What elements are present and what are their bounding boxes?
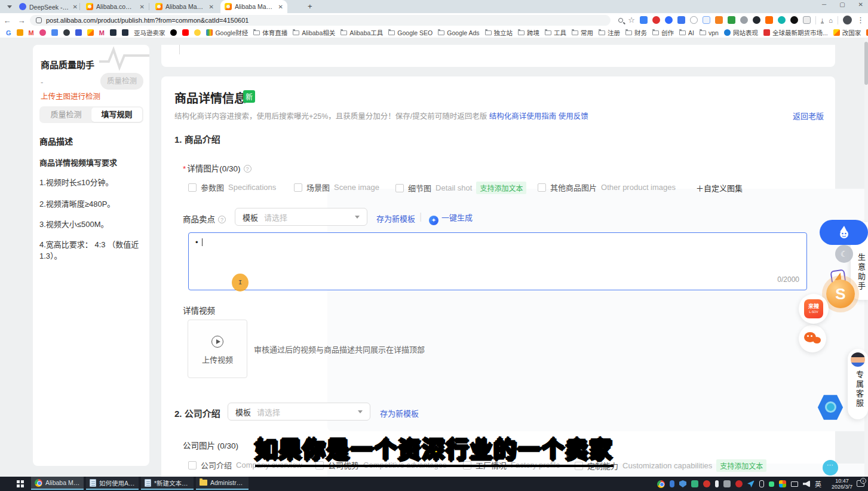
bookmark-folder[interactable]: 创作	[652, 28, 674, 37]
forward-icon[interactable]: →	[14, 16, 29, 25]
bookmark-icon[interactable]	[75, 29, 82, 36]
save-company-template-link[interactable]: 存为新模板	[380, 407, 419, 419]
window-close-icon[interactable]: ✕	[858, 1, 863, 8]
bookmark-icon[interactable]: M	[99, 29, 105, 36]
extension-icon[interactable]	[652, 16, 660, 24]
assistant-wizard-button[interactable]	[820, 220, 868, 245]
url-field[interactable]: post.alibaba.com/product/publish.htm?fro…	[30, 15, 611, 26]
checkbox[interactable]	[188, 183, 197, 192]
taskbar-app-explorer[interactable]: Administrator	[196, 477, 249, 490]
bookmark-item[interactable]: Google财经	[206, 28, 248, 37]
template-select[interactable]: 模板 请选择	[235, 208, 367, 226]
amazon-bookmark-icon[interactable]	[122, 29, 128, 36]
bookmark-folder[interactable]: 财务	[625, 28, 647, 37]
taskbar-app-notepad2[interactable]: *新建文本文档 (2).t...	[141, 477, 194, 490]
wechat-button[interactable]	[799, 325, 826, 352]
customer-service-widget[interactable]: 专属客服	[848, 349, 868, 419]
bookmark-folder[interactable]: 工具	[545, 28, 566, 37]
bookmark-folder[interactable]: AI	[679, 29, 694, 36]
checkbox-group-detail-shot[interactable]: 细节图 Detail shot 支持添加文本	[395, 182, 526, 194]
checkbox[interactable]	[188, 461, 197, 469]
tray-shield-icon[interactable]	[679, 480, 686, 487]
bookmark-icon[interactable]	[17, 29, 23, 36]
back-icon[interactable]: ←	[0, 16, 14, 25]
guide-link[interactable]: 结构化商详使用指南	[489, 112, 557, 121]
start-button[interactable]	[17, 480, 24, 487]
new-tab-button[interactable]: +	[308, 2, 312, 11]
bookmark-icon[interactable]	[39, 29, 46, 36]
window-minimize-icon[interactable]: ─	[822, 1, 826, 8]
extension-icon[interactable]	[728, 16, 735, 24]
one-click-generate-button[interactable]: 一键生成	[429, 211, 473, 225]
amazon-bookmark-icon[interactable]	[110, 29, 116, 36]
tray-display-icon[interactable]	[791, 481, 798, 487]
tray-chrome-icon[interactable]	[657, 480, 665, 488]
tray-microphone-icon[interactable]	[715, 480, 719, 487]
help-icon[interactable]: ?	[244, 165, 251, 173]
tab-search-chevron-icon[interactable]	[7, 5, 12, 8]
tray-green-app-icon[interactable]	[691, 480, 698, 487]
checkbox-group-specifications[interactable]: 参数图 Specifications	[188, 182, 276, 193]
bookmark-item[interactable]: 亚马逊卖家	[134, 28, 165, 37]
checkbox-group-other-images[interactable]: 其他商品图片 Other product images	[538, 182, 676, 193]
profile-avatar[interactable]	[843, 16, 852, 24]
browser-menu-icon[interactable]: ⋮	[857, 16, 864, 24]
upload-video-button[interactable]: 上传视频	[188, 320, 247, 378]
bookmark-folder[interactable]: 常用	[572, 28, 593, 37]
bookmark-folder[interactable]: 体育直播	[253, 28, 287, 37]
custom-gallery-button[interactable]: ＋自定义图集	[696, 182, 743, 194]
save-template-link[interactable]: 存为新模板	[376, 213, 415, 224]
translate-extension-icon[interactable]	[703, 16, 710, 24]
notification-center-icon[interactable]	[857, 480, 864, 487]
tab-close-icon[interactable]: ✕	[140, 4, 145, 10]
bookmark-folder[interactable]: Alibaba工具	[341, 28, 383, 37]
browser-tab[interactable]: Alibaba.com: Manufacturers... ✕	[82, 0, 149, 13]
selling-points-editor[interactable]: • 0/2000	[188, 232, 807, 290]
extension-icon[interactable]	[690, 16, 698, 24]
back-to-old-link[interactable]: 返回老版	[793, 110, 824, 121]
downloads-icon[interactable]: ↓	[821, 17, 824, 23]
bookmark-item[interactable]: 全球最新期货市场...	[763, 28, 828, 37]
extension-icon[interactable]	[778, 16, 786, 24]
bookmark-folder[interactable]: Google Ads	[438, 29, 479, 36]
bookmark-icon[interactable]	[51, 29, 58, 36]
site-info-icon[interactable]	[36, 17, 42, 23]
gmail-bookmark-icon[interactable]: M	[29, 29, 34, 36]
emoji-bookmark-icon[interactable]	[194, 29, 201, 36]
lailai-tool-button[interactable]: 来辣 L-SOV	[799, 294, 829, 324]
extension-icon[interactable]	[790, 16, 798, 24]
tab-close-icon[interactable]: ✕	[209, 4, 214, 10]
tray-screenshot-icon[interactable]	[723, 480, 731, 487]
checkbox[interactable]	[395, 184, 404, 192]
bookmark-icon[interactable]	[63, 29, 70, 36]
tray-usb-icon[interactable]	[670, 480, 674, 487]
tab-close-icon[interactable]: ✕	[278, 4, 283, 10]
bookmark-item[interactable]: 改国家	[833, 28, 861, 37]
extension-icon[interactable]	[640, 16, 648, 24]
skype-s-badge[interactable]: S	[826, 280, 855, 308]
extension-icon[interactable]	[715, 16, 723, 24]
bookmark-folder[interactable]: vpn	[700, 29, 719, 36]
help-icon[interactable]: ?	[218, 216, 226, 223]
tray-telegram-icon[interactable]	[747, 480, 754, 487]
checkbox[interactable]	[294, 183, 302, 192]
alibaba-bookmark-icon[interactable]	[87, 29, 94, 36]
extension-icon[interactable]	[740, 16, 748, 24]
window-maximize-icon[interactable]: ▢	[839, 1, 845, 8]
tray-green-chat-icon[interactable]	[769, 481, 774, 487]
tray-windows-icon[interactable]	[779, 480, 786, 487]
sleep-mode-icon[interactable]: ☾	[835, 245, 853, 263]
company-template-select[interactable]: 模板 请选择	[228, 403, 370, 421]
bookmark-folder[interactable]: 注册	[599, 28, 620, 37]
browser-tab-active[interactable]: Alibaba Manufacturer Direct... ✕	[220, 0, 287, 13]
youtube-bookmark-icon[interactable]	[182, 29, 189, 36]
extension-icon[interactable]	[665, 16, 673, 24]
zoom-icon[interactable]	[618, 18, 623, 23]
tab-close-icon[interactable]: ✕	[73, 4, 78, 10]
feedback-link[interactable]: 使用反馈	[559, 112, 588, 121]
tray-volume-icon[interactable]	[803, 480, 810, 487]
browser-tab[interactable]: DeepSeek - 探索未至之境 ✕	[15, 0, 82, 13]
upload-main-image-link[interactable]: 上传主图进行检测	[41, 90, 100, 102]
tray-phone-icon[interactable]	[759, 480, 764, 487]
bookmark-star-icon[interactable]: ☆	[628, 16, 635, 24]
